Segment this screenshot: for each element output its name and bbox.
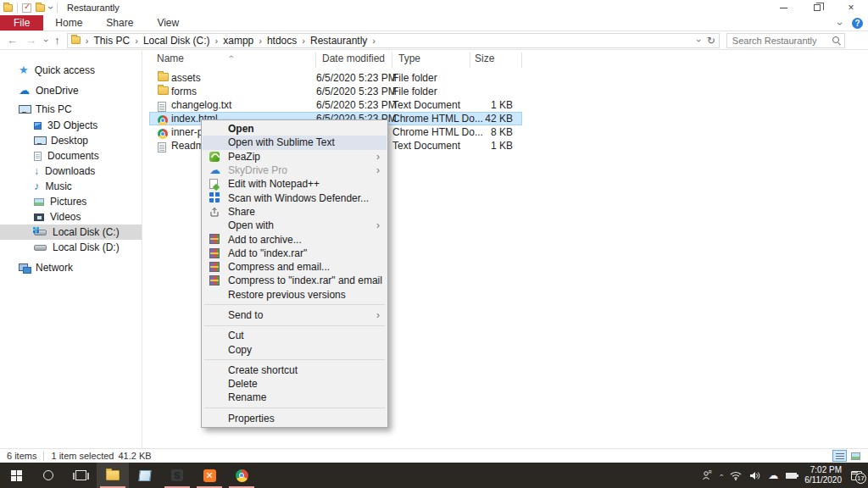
file-row-assets[interactable]: assets 6/5/2020 5:23 PM File folder [149, 71, 522, 85]
search-box[interactable] [726, 33, 845, 48]
menu-item-peazip[interactable]: PeaZip › [203, 150, 387, 164]
restore-button[interactable] [800, 0, 834, 15]
action-center-button[interactable]: 17 [849, 469, 863, 481]
refresh-icon[interactable]: ↻ [707, 35, 715, 47]
selection-count: 1 item selected [51, 451, 114, 461]
close-button[interactable]: × [834, 0, 868, 15]
menu-item-create-shortcut[interactable]: Create shortcut [203, 363, 387, 377]
start-button[interactable] [0, 463, 32, 488]
help-icon[interactable]: ? [852, 18, 863, 29]
menu-item-label: Restore previous versions [228, 289, 346, 301]
sidebar-item-network[interactable]: Network [0, 260, 142, 275]
tab-view[interactable]: View [145, 15, 191, 30]
menu-item-open[interactable]: Open [203, 122, 387, 136]
navigation-pane: ★ Quick access ☁ OneDrive This PC 3D Obj… [0, 51, 142, 448]
menu-item-delete[interactable]: Delete [203, 377, 387, 391]
breadcrumb-separator: › [370, 36, 377, 46]
breadcrumb-this-pc[interactable]: This PC [94, 35, 131, 47]
task-view-button[interactable] [64, 463, 97, 488]
taskbar-app-xampp[interactable]: ✕ [193, 463, 225, 488]
new-folder-quick-icon[interactable] [36, 4, 45, 12]
address-dropdown-chevron-icon[interactable]: › [695, 39, 702, 42]
sidebar-item-onedrive[interactable]: ☁ OneDrive [0, 83, 142, 98]
taskbar-app-notepadpp[interactable] [129, 463, 161, 488]
thumbnails-view-icon [851, 452, 860, 460]
skydrive-cloud-icon: ☁ [209, 165, 220, 175]
column-divider[interactable] [470, 53, 470, 68]
volume-icon[interactable] [749, 471, 760, 480]
file-row-forms[interactable]: forms 6/5/2020 5:23 PM File folder [149, 85, 522, 98]
taskbar-app-chrome[interactable] [225, 463, 258, 488]
forward-button[interactable]: → [25, 34, 36, 47]
tab-file[interactable]: File [0, 15, 43, 30]
address-bar[interactable]: › This PC › Local Disk (C:) › xampp › ht… [67, 33, 720, 48]
column-header-size[interactable]: Size [475, 53, 494, 69]
onedrive-tray-icon[interactable]: ☁ [768, 469, 778, 481]
back-button[interactable]: ← [7, 34, 18, 47]
up-button[interactable]: ↑ [54, 34, 60, 47]
expand-ribbon-chevron-icon[interactable]: › [837, 22, 843, 25]
menu-item-scan-with-windows-defender[interactable]: Scan with Windows Defender... [203, 191, 387, 204]
column-header-type[interactable]: Type [398, 53, 420, 69]
sidebar-item-label: Downloads [45, 165, 95, 177]
menu-item-label: Create shortcut [228, 364, 298, 376]
menu-item-restore-previous-versions[interactable]: Restore previous versions [203, 288, 387, 302]
menu-item-open-with[interactable]: Open with › [203, 219, 387, 232]
menu-item-cut[interactable]: Cut [203, 329, 387, 342]
column-divider[interactable] [392, 53, 392, 68]
taskbar: S ✕ R › ☁ [0, 463, 868, 488]
customize-toolbar-chevron-icon[interactable]: › [47, 6, 54, 9]
sidebar-item-local-disk-c[interactable]: Local Disk (C:) [0, 225, 142, 240]
menu-item-compress-to-index-rar-and-email[interactable]: Compress to "index.rar" and email [203, 274, 387, 287]
breadcrumb-restaurantly[interactable]: Restaurantly [310, 35, 367, 47]
details-view-button[interactable] [832, 450, 847, 462]
menu-item-properties[interactable]: Properties [203, 412, 387, 425]
breadcrumb-htdocs[interactable]: htdocs [267, 35, 297, 47]
sidebar-item-documents[interactable]: Documents [0, 148, 142, 164]
sidebar-item-desktop[interactable]: Desktop [0, 133, 142, 148]
sidebar-item-music[interactable]: ♪ Music [0, 179, 142, 194]
column-divider[interactable] [521, 53, 522, 68]
menu-item-share[interactable]: Share [203, 205, 387, 219]
hidden-icons-chevron-icon[interactable]: › [717, 474, 726, 477]
sidebar-item-quick-access[interactable]: ★ Quick access [0, 63, 142, 78]
recent-locations-chevron-icon[interactable]: › [42, 39, 49, 42]
menu-item-label: SkyDrive Pro [228, 164, 287, 176]
tab-share[interactable]: Share [94, 15, 145, 30]
column-divider[interactable] [315, 53, 316, 68]
tab-home[interactable]: Home [43, 15, 94, 30]
battery-icon[interactable] [786, 473, 797, 479]
search-icon[interactable] [832, 36, 841, 45]
breadcrumb-xampp[interactable]: xampp [223, 35, 253, 47]
sidebar-item-pictures[interactable]: Pictures [0, 194, 142, 209]
people-icon[interactable]: R [702, 470, 712, 480]
sidebar-item-label: Local Disk (D:) [53, 241, 120, 253]
taskbar-clock[interactable]: 7:02 PM 6/11/2020 [804, 465, 842, 485]
properties-quick-icon[interactable] [22, 3, 31, 13]
taskbar-app-sublime-text[interactable]: S [161, 463, 193, 488]
taskbar-app-file-explorer[interactable] [97, 463, 129, 488]
network-icon [19, 263, 30, 272]
menu-item-compress-and-email[interactable]: Compress and email... [203, 260, 387, 274]
breadcrumb-local-disk-c[interactable]: Local Disk (C:) [143, 35, 210, 47]
menu-item-edit-with-notepadpp[interactable]: Edit with Notepad++ [203, 177, 387, 191]
sidebar-item-local-disk-d[interactable]: Local Disk (D:) [0, 240, 142, 255]
column-header-name[interactable]: Name [157, 53, 184, 69]
cortana-search-button[interactable] [32, 463, 64, 488]
sidebar-item-this-pc[interactable]: This PC [0, 102, 142, 117]
menu-item-copy[interactable]: Copy [203, 342, 387, 356]
sidebar-item-downloads[interactable]: ↓ Downloads [0, 164, 142, 179]
menu-item-send-to[interactable]: Send to › [203, 308, 387, 322]
menu-item-add-to-archive[interactable]: Add to archive... [203, 232, 387, 246]
column-header-date-modified[interactable]: Date modified [322, 53, 385, 69]
file-row-changelog[interactable]: changelog.txt 6/5/2020 5:23 PM Text Docu… [149, 98, 522, 112]
minimize-button[interactable] [766, 0, 800, 15]
thumbnails-view-button[interactable] [849, 450, 863, 462]
search-input[interactable] [731, 35, 832, 47]
wifi-icon[interactable] [730, 471, 742, 480]
menu-item-open-with-sublime-text[interactable]: Open with Sublime Text [203, 136, 387, 149]
menu-item-add-to-index-rar[interactable]: Add to "index.rar" [203, 247, 387, 260]
menu-item-rename[interactable]: Rename [203, 391, 387, 404]
sidebar-item-videos[interactable]: Videos [0, 209, 142, 225]
sidebar-item-3d-objects[interactable]: 3D Objects [0, 118, 142, 133]
